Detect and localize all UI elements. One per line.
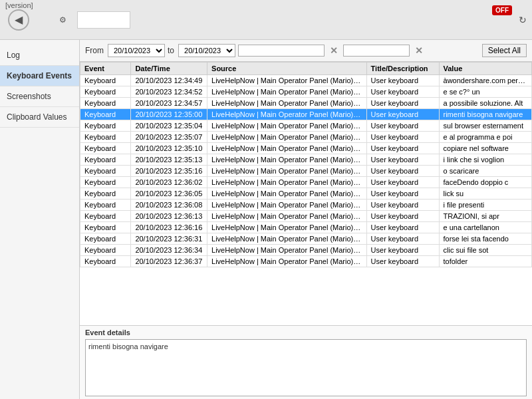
cell-event: Keyboard — [80, 98, 131, 109]
table-row[interactable]: Keyboard20/10/2023 12:36:37LiveHelpNow |… — [80, 256, 532, 267]
cell-value: e una cartellanon — [439, 222, 531, 233]
back-button[interactable]: ◀ — [8, 9, 29, 31]
cell-value: e se c?° un — [439, 86, 531, 98]
table-row[interactable]: Keyboard20/10/2023 12:35:16LiveHelpNow |… — [80, 166, 532, 177]
events-table-container[interactable]: Event Date/Time Source Title/Description… — [80, 62, 532, 326]
table-row[interactable]: Keyboard20/10/2023 12:34:52LiveHelpNow |… — [80, 86, 532, 98]
event-details-content[interactable] — [85, 339, 527, 396]
cell-datetime: 20/10/2023 12:36:16 — [131, 222, 207, 233]
cell-value: forse lei sta facendo — [439, 233, 531, 245]
cell-title: User keyboard — [366, 200, 439, 211]
cell-value: i file presenti — [439, 200, 531, 211]
table-row[interactable]: Keyboard20/10/2023 12:35:07LiveHelpNow |… — [80, 132, 532, 143]
table-row[interactable]: Keyboard20/10/2023 12:36:31LiveHelpNow |… — [80, 233, 532, 245]
table-row[interactable]: Keyboard20/10/2023 12:36:34LiveHelpNow |… — [80, 245, 532, 256]
cell-datetime: 20/10/2023 12:36:13 — [131, 211, 207, 222]
cell-source: LiveHelpNow | Main Operator Panel (Mario… — [207, 245, 367, 256]
cell-title: User keyboard — [366, 245, 439, 256]
cell-datetime: 20/10/2023 12:36:08 — [131, 200, 207, 211]
toolbar-spacer — [77, 11, 130, 29]
clear-filter-2-button[interactable]: ✕ — [412, 45, 426, 56]
sidebar-item-clipboard-values[interactable]: Clipboard Values — [0, 107, 79, 128]
cell-value: àwondershare.com per ca — [439, 75, 531, 86]
cell-event: Keyboard — [80, 154, 131, 166]
cell-value: faceDendo doppio c — [439, 177, 531, 188]
cell-datetime: 20/10/2023 12:35:13 — [131, 154, 207, 166]
cell-event: Keyboard — [80, 166, 131, 177]
col-header-datetime: Date/Time — [131, 63, 207, 75]
cell-value: copiare nel software — [439, 143, 531, 154]
table-row[interactable]: Keyboard20/10/2023 12:36:05LiveHelpNow |… — [80, 188, 532, 200]
clear-filter-1-button[interactable]: ✕ — [327, 45, 340, 56]
to-date-select[interactable]: 20/10/2023 — [178, 44, 235, 57]
col-header-event: Event — [80, 63, 131, 75]
filter-bar: From 20/10/2023 to 20/10/2023 ✕ ✕ Select… — [80, 40, 532, 62]
from-date-select[interactable]: 20/10/2023 — [108, 44, 165, 57]
sidebar-item-screenshots[interactable]: Screenshots — [0, 86, 79, 107]
cell-value: o scaricare — [439, 166, 531, 177]
table-row[interactable]: Keyboard20/10/2023 12:34:49LiveHelpNow |… — [80, 75, 532, 86]
cell-event: Keyboard — [80, 245, 131, 256]
cell-source: LiveHelpNow | Main Operator Panel (Mario… — [207, 233, 367, 245]
cell-title: User keyboard — [366, 154, 439, 166]
table-row[interactable]: Keyboard20/10/2023 12:35:00LiveHelpNow |… — [80, 109, 532, 120]
cell-datetime: 20/10/2023 12:35:07 — [131, 132, 207, 143]
table-body: Keyboard20/10/2023 12:34:49LiveHelpNow |… — [80, 75, 532, 267]
cell-datetime: 20/10/2023 12:36:31 — [131, 233, 207, 245]
main-layout: Log Keyboard Events Screenshots Clipboar… — [0, 40, 532, 399]
settings-icon[interactable]: ⚙ — [53, 11, 72, 29]
cell-title: User keyboard — [366, 109, 439, 120]
cell-title: User keyboard — [366, 188, 439, 200]
col-header-title: Title/Description — [366, 63, 439, 75]
cell-title: User keyboard — [366, 75, 439, 86]
cell-event: Keyboard — [80, 120, 131, 132]
cell-value: rimenti bisogna navigare — [439, 109, 531, 120]
from-label: From — [85, 46, 104, 55]
select-all-button[interactable]: Select All — [482, 44, 527, 57]
cell-title: User keyboard — [366, 166, 439, 177]
cell-source: LiveHelpNow | Main Operator Panel (Mario… — [207, 256, 367, 267]
cell-datetime: 20/10/2023 12:34:52 — [131, 86, 207, 98]
cell-source: LiveHelpNow | Main Operator Panel (Mario… — [207, 75, 367, 86]
cell-datetime: 20/10/2023 12:34:57 — [131, 98, 207, 109]
table-row[interactable]: Keyboard20/10/2023 12:36:13LiveHelpNow |… — [80, 211, 532, 222]
cell-source: LiveHelpNow | Main Operator Panel (Mario… — [207, 188, 367, 200]
col-header-source: Source — [207, 63, 367, 75]
sidebar-item-log[interactable]: Log — [0, 45, 79, 66]
table-row[interactable]: Keyboard20/10/2023 12:35:04LiveHelpNow |… — [80, 120, 532, 132]
filter-input-2[interactable] — [343, 45, 410, 57]
cell-datetime: 20/10/2023 12:35:04 — [131, 120, 207, 132]
cell-source: LiveHelpNow | Main Operator Panel (Mario… — [207, 166, 367, 177]
table-row[interactable]: Keyboard20/10/2023 12:34:57LiveHelpNow |… — [80, 98, 532, 109]
content-area: From 20/10/2023 to 20/10/2023 ✕ ✕ Select… — [80, 40, 532, 399]
refresh-button[interactable]: ↻ — [516, 13, 529, 27]
cell-event: Keyboard — [80, 188, 131, 200]
table-row[interactable]: Keyboard20/10/2023 12:36:08LiveHelpNow |… — [80, 200, 532, 211]
cell-datetime: 20/10/2023 12:35:00 — [131, 109, 207, 120]
cell-value: a possibile soluzione. Alt — [439, 98, 531, 109]
events-table: Event Date/Time Source Title/Description… — [80, 62, 532, 267]
cell-datetime: 20/10/2023 12:35:16 — [131, 166, 207, 177]
top-bar: [version] ◀ ⚙ OFF ↻ — [0, 0, 532, 40]
cell-title: User keyboard — [366, 256, 439, 267]
filter-input-1[interactable] — [238, 45, 325, 57]
table-row[interactable]: Keyboard20/10/2023 12:35:10LiveHelpNow |… — [80, 143, 532, 154]
sidebar-item-keyboard-events[interactable]: Keyboard Events — [0, 66, 79, 86]
table-row[interactable]: Keyboard20/10/2023 12:36:02LiveHelpNow |… — [80, 177, 532, 188]
table-row[interactable]: Keyboard20/10/2023 12:36:16LiveHelpNow |… — [80, 222, 532, 233]
cell-title: User keyboard — [366, 132, 439, 143]
cell-source: LiveHelpNow | Main Operator Panel (Mario… — [207, 86, 367, 98]
cell-value: tofolder — [439, 256, 531, 267]
cell-event: Keyboard — [80, 177, 131, 188]
cell-datetime: 20/10/2023 12:36:34 — [131, 245, 207, 256]
cell-value: lick su — [439, 188, 531, 200]
cell-event: Keyboard — [80, 256, 131, 267]
cell-datetime: 20/10/2023 12:36:02 — [131, 177, 207, 188]
app-version-title: [version] — [5, 1, 33, 9]
cell-value: sul browser esternament — [439, 120, 531, 132]
table-row[interactable]: Keyboard20/10/2023 12:35:13LiveHelpNow |… — [80, 154, 532, 166]
cell-source: LiveHelpNow | Main Operator Panel (Mario… — [207, 98, 367, 109]
to-label: to — [168, 46, 174, 55]
cell-title: User keyboard — [366, 143, 439, 154]
cell-event: Keyboard — [80, 211, 131, 222]
